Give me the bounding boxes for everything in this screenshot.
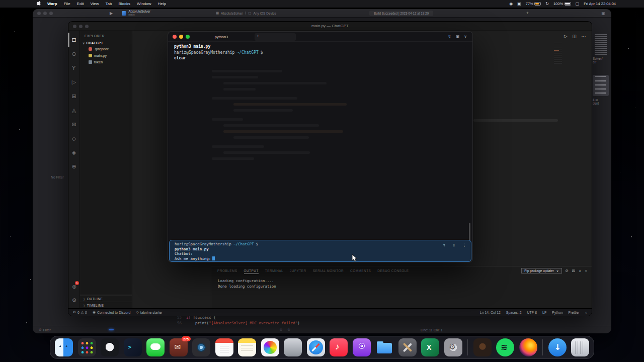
extensions-icon[interactable]: ⊞ [68,89,80,103]
warp-terminal-window[interactable]: python3 + ↯ ▣ ∨ python3 main.py hariz@Sp… [168,31,473,262]
dock-icon-notes[interactable] [238,338,256,356]
timeline-section[interactable]: ⟩ TIMELINE [80,302,132,308]
run-debug-icon[interactable]: ▷ [68,75,80,89]
cursor-position[interactable]: Ln 14, Col 12 [480,311,501,314]
dock-icon-finder[interactable] [55,338,73,356]
language-mode[interactable]: Python [552,311,562,314]
formatter[interactable]: Prettier [569,311,580,314]
menu-clock[interactable]: Fri Apr 14 22:04:04 [584,2,616,6]
zoom-icon[interactable] [85,25,89,28]
dock-icon-launchpad[interactable] [78,338,96,356]
search-icon[interactable]: ⊙ [68,47,80,61]
terminal-body[interactable]: python3 main.py hariz@SpaceGrayMothershi… [168,42,472,262]
discord-status[interactable]: ◉ Connected to Discord [93,310,130,314]
dock-icon-calendar[interactable] [215,338,233,356]
dock-icon-excel[interactable] [421,338,439,356]
run-python-file-icon[interactable]: ▷ [564,34,568,39]
bolt-icon[interactable]: ↯ [448,34,451,39]
vscode-title-bar[interactable]: main.py — ChatGPT [68,22,592,31]
battery-full-status[interactable]: 100% [553,2,571,6]
apple-menu[interactable] [36,1,41,7]
close-icon[interactable] [73,25,76,28]
close-icon[interactable] [173,35,177,39]
output-channel-dropdown[interactable]: Pip package updater ∨ [521,268,561,274]
block-input-line[interactable]: Ask me anything: [175,256,466,261]
menu-edit[interactable]: Edit [77,2,84,6]
terminal-tab-python3[interactable]: python3 [190,33,253,41]
bell-icon[interactable]: ○ [585,311,587,314]
editor-scrollbar[interactable] [473,119,558,122]
dock-icon-settings[interactable] [444,338,462,356]
active-command-block[interactable]: hariz@SpaceGrayMothership~/ChatGPT$ pyth… [169,240,471,262]
xcode-debug-icons[interactable]: ⊙ ⊙ [280,328,292,332]
dock-icon-spotify[interactable] [496,338,514,356]
dock-icon-trash[interactable] [571,338,589,356]
menu-help[interactable]: Help [158,2,166,6]
dock-icon-music[interactable] [330,338,348,356]
minimize-icon[interactable] [79,25,83,28]
dock-icon-github[interactable] [101,338,119,356]
account-icon[interactable]: ⊚1 [68,280,80,294]
battery-low-status[interactable]: 77% [526,2,541,6]
dock-icon-preview[interactable] [284,338,302,356]
screen-record-icon[interactable]: ◉ [509,2,513,6]
tab-output[interactable]: OUTPUT [244,267,259,274]
theme-icon[interactable]: ▣ [456,34,459,39]
xcode-add-button[interactable]: + [526,11,529,16]
menu-blocks[interactable]: Blocks [119,2,131,6]
dock-icon-utilities[interactable] [398,338,417,356]
xcode-filter-field[interactable]: ⊙ Filter [39,328,51,332]
settings-gear-icon[interactable]: ⚙ [68,294,80,307]
tabnine-status[interactable]: ◇ tabnine starter [136,310,162,314]
dock-icon-downloads[interactable] [548,338,567,356]
clear-output-icon[interactable]: ⊘ [566,268,569,273]
sync-icon[interactable]: ↻ [545,2,549,6]
folder-section-chatgpt[interactable]: ∨ CHATGPT [80,40,132,46]
inspector-path[interactable]: er/ [593,60,610,64]
close-panel-icon[interactable]: × [585,268,587,273]
screen-mirror-icon[interactable]: ▣ [517,2,521,6]
dock-icon-mail[interactable]: 275 [170,338,188,356]
source-control-icon[interactable]: ϒ [68,61,80,75]
problems-status[interactable]: ⊘ 0 △ 0 [73,310,87,314]
inspector-controls[interactable] [593,75,609,96]
tab-jupyter[interactable]: JUPYTER [290,269,306,273]
eol[interactable]: LF [542,311,546,314]
tab-terminal[interactable]: TERMINAL [265,269,283,273]
dock-icon-darkapp[interactable] [473,338,492,356]
more-actions-icon[interactable]: ⋯ [582,34,586,39]
bolt-icon[interactable]: ↯ [443,243,445,247]
file-item-token[interactable]: token [80,59,132,65]
tab-debug-console[interactable]: DEBUG CONSOLE [377,269,409,273]
dock-icon-safari[interactable] [307,338,325,356]
xcode-run-button[interactable]: ▶ [110,11,113,16]
dock-icon-photos[interactable] [261,338,279,356]
live-share-icon[interactable]: ⊕ [68,159,80,173]
dock-icon-photobooth[interactable] [192,338,210,356]
file-item-gitignore[interactable]: .gitignore [80,46,132,52]
menu-file[interactable]: File [64,2,70,6]
split-editor-icon[interactable]: ◫ [572,34,576,39]
minimize-icon[interactable] [43,12,47,15]
display-icon[interactable]: ▢ [576,2,580,6]
dock-icon-warp[interactable] [124,338,142,356]
terminal-scrollbar[interactable] [469,223,470,242]
kebab-menu-icon[interactable]: ⋮ [463,243,467,247]
tab-problems[interactable]: PROBLEMS [217,269,237,273]
menu-app-name[interactable]: Warp [47,2,57,6]
tab-comments[interactable]: COMMENTS [350,269,371,273]
menu-window[interactable]: Window [137,2,151,6]
xcode-scheme-selector[interactable]: ▦ AbsoluteSolver ⟩ ▢ Any iOS Device [216,11,276,15]
testing-icon[interactable]: ◬ [68,103,80,117]
lock-scroll-icon[interactable]: ⊠ [572,268,575,273]
dock-icon-messages[interactable] [146,338,165,356]
inspector-path[interactable]: Solver/ [593,57,610,60]
minimap[interactable] [554,43,562,65]
maximize-panel-icon[interactable]: ∧ [579,268,582,273]
encoding[interactable]: UTF-8 [527,311,537,314]
new-tab-button[interactable]: + [255,34,261,39]
menu-tab[interactable]: Tab [106,2,112,6]
dock-icon-folder[interactable] [375,338,393,356]
indentation[interactable]: Spaces: 2 [506,311,522,314]
explorer-icon[interactable]: ⊟ [68,33,80,47]
